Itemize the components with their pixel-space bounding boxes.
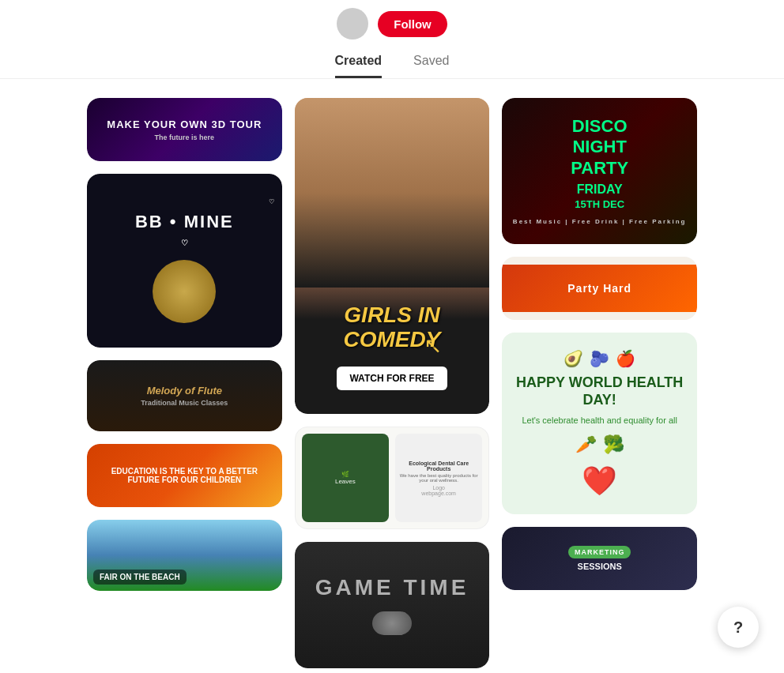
- card-3d-tour-sub: The future is here: [107, 133, 262, 141]
- card-health-title: HAPPY WORLD HEALTH DAY!: [514, 374, 684, 408]
- masonry-grid: MAKE YOUR OWN 3D TOUR The future is here…: [0, 79, 784, 673]
- controller-icon: [372, 611, 412, 635]
- card-disco[interactable]: DISCO NIGHT PARTY FRIDAY 15TH DEC Best M…: [502, 98, 697, 244]
- card-disco-footer: Best Music | Free Drink | Free Parking: [513, 218, 687, 225]
- card-party-hard-label: Party Hard: [502, 265, 697, 312]
- card-dental-right: Ecological Dental Care Products We have …: [395, 434, 482, 522]
- card-game-time[interactable]: GAME TIME: [295, 542, 490, 668]
- watch-free-button[interactable]: WATCH FOR FREE: [337, 367, 447, 390]
- card-game-time-title: GAME TIME: [315, 575, 469, 600]
- card-education[interactable]: EDUCATION IS THE KEY TO A BETTER FUTURE …: [87, 444, 282, 507]
- card-party-hard[interactable]: Party Hard: [502, 257, 697, 320]
- follow-button[interactable]: Follow: [378, 11, 447, 37]
- card-3d-tour[interactable]: MAKE YOUR OWN 3D TOUR The future is here: [87, 98, 282, 161]
- card-marketing[interactable]: MARKETING SESSIONS: [502, 527, 697, 590]
- card-melody-flute[interactable]: Melody of Flute Traditional Music Classe…: [87, 360, 282, 431]
- card-health-icons: 🥑🫐🍎: [564, 349, 635, 368]
- bb8-droid-icon: [153, 260, 216, 323]
- card-dental-left: 🌿Leaves: [302, 434, 389, 522]
- card-dental[interactable]: 🌿Leaves Ecological Dental Care Products …: [295, 427, 490, 529]
- top-bar: Follow: [0, 0, 784, 39]
- card-disco-line5: 15TH DEC: [575, 198, 624, 210]
- card-marketing-label: SESSIONS: [578, 562, 622, 571]
- broccoli-icon: 🥦: [603, 434, 624, 455]
- grid-column-2: International Women's Day GIRLS IN COMED…: [295, 98, 490, 668]
- card-flute-sub: Traditional Music Classes: [141, 399, 228, 407]
- card-bb-mine[interactable]: ♡ BB • MINE ♡: [87, 174, 282, 348]
- carrot-icon: 🥕: [575, 434, 597, 455]
- avatar: [337, 8, 368, 39]
- tab-saved[interactable]: Saved: [413, 54, 449, 78]
- card-health-subtitle: Let's celebrate health and equality for …: [522, 415, 677, 425]
- card-marketing-badge: MARKETING: [568, 546, 631, 558]
- card-dental-sublabel: We have the best quality products for yo…: [398, 473, 479, 483]
- tab-created[interactable]: Created: [335, 54, 383, 78]
- card-dental-label: Ecological Dental Care Products: [398, 461, 479, 472]
- card-comedy-title: GIRLS IN COMEDY: [311, 303, 474, 352]
- help-button[interactable]: ?: [718, 607, 759, 648]
- card-disco-line4: FRIDAY: [577, 182, 623, 197]
- heart-icon: ❤️: [582, 464, 617, 498]
- card-womens-comedy[interactable]: International Women's Day GIRLS IN COMED…: [295, 98, 490, 414]
- tabs-container: Created Saved: [0, 54, 784, 79]
- grid-column-1: MAKE YOUR OWN 3D TOUR The future is here…: [87, 98, 282, 668]
- card-disco-line2: NIGHT: [572, 137, 626, 156]
- card-bb-mine-title: BB • MINE: [135, 212, 234, 232]
- card-fair-beach[interactable]: FAIR ON THE BEACH: [87, 520, 282, 591]
- card-flute-title: Melody of Flute: [141, 385, 228, 397]
- card-3d-tour-title: MAKE YOUR OWN 3D TOUR: [107, 118, 262, 130]
- card-world-health[interactable]: 🥑🫐🍎 HAPPY WORLD HEALTH DAY! Let's celebr…: [502, 333, 697, 514]
- card-disco-line3: PARTY: [571, 159, 628, 178]
- card-beach-label: FAIR ON THE BEACH: [93, 570, 187, 585]
- grid-column-3: DISCO NIGHT PARTY FRIDAY 15TH DEC Best M…: [502, 98, 697, 668]
- card-education-title: EDUCATION IS THE KEY TO A BETTER FUTURE …: [93, 464, 276, 487]
- card-disco-line1: DISCO: [572, 117, 628, 136]
